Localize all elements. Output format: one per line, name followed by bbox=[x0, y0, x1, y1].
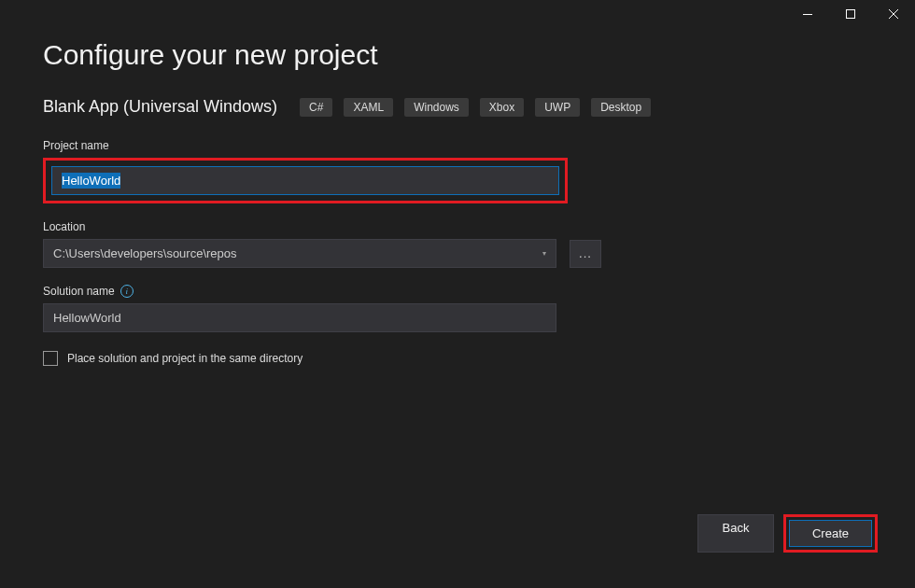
close-icon bbox=[889, 9, 898, 19]
location-label: Location bbox=[43, 220, 872, 233]
location-value: C:\Users\developers\source\repos bbox=[53, 246, 237, 260]
template-subtitle: Blank App (Universal Windows) bbox=[43, 97, 277, 117]
chevron-down-icon: ▾ bbox=[542, 249, 546, 258]
solution-name-input[interactable]: HellowWorld bbox=[43, 303, 556, 332]
svg-rect-0 bbox=[803, 14, 812, 15]
maximize-button[interactable] bbox=[829, 0, 872, 28]
browse-button[interactable]: ... bbox=[570, 240, 601, 268]
solution-name-label: Solution name i bbox=[43, 285, 872, 298]
tag-desktop: Desktop bbox=[591, 98, 651, 117]
create-button[interactable]: Create bbox=[789, 520, 872, 547]
svg-rect-1 bbox=[847, 10, 855, 19]
maximize-icon bbox=[846, 9, 855, 19]
location-dropdown[interactable]: C:\Users\developers\source\repos ▾ bbox=[43, 239, 556, 268]
highlight-project-name: HelloWorld bbox=[43, 158, 568, 203]
tag-xbox: Xbox bbox=[480, 98, 524, 117]
same-directory-checkbox[interactable] bbox=[43, 351, 58, 366]
same-directory-label: Place solution and project in the same d… bbox=[67, 352, 303, 365]
subtitle-row: Blank App (Universal Windows) C# XAML Wi… bbox=[43, 97, 872, 117]
page-title: Configure your new project bbox=[43, 39, 872, 71]
back-button[interactable]: Back bbox=[697, 514, 774, 553]
project-name-input[interactable]: HelloWorld bbox=[51, 166, 559, 195]
project-name-label: Project name bbox=[43, 139, 872, 152]
minimize-button[interactable] bbox=[786, 0, 829, 28]
tag-windows: Windows bbox=[404, 98, 469, 117]
tag-csharp: C# bbox=[300, 98, 332, 117]
project-name-value: HelloWorld bbox=[62, 173, 120, 189]
tag-xaml: XAML bbox=[344, 98, 393, 117]
tag-uwp: UWP bbox=[535, 98, 580, 117]
close-button[interactable] bbox=[872, 0, 915, 28]
info-icon[interactable]: i bbox=[120, 285, 134, 298]
minimize-icon bbox=[803, 14, 812, 15]
highlight-create: Create bbox=[783, 514, 878, 553]
